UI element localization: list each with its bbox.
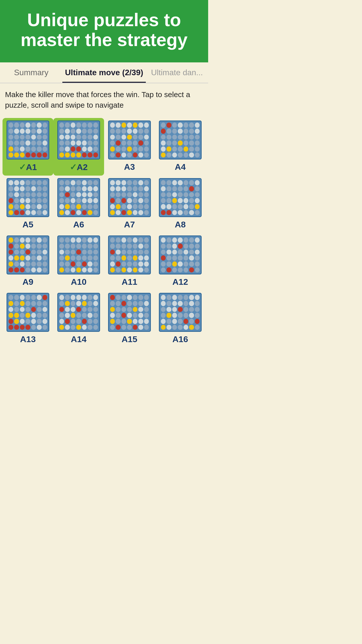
dot <box>82 250 87 255</box>
dot <box>144 261 149 267</box>
dot <box>110 135 115 140</box>
puzzle-cell-a8[interactable]: A8 <box>155 176 206 233</box>
puzzle-cell-a3[interactable]: A3 <box>104 118 155 176</box>
dot <box>31 307 36 312</box>
puzzle-cell-a5[interactable]: A5 <box>3 176 53 233</box>
dot <box>178 192 183 197</box>
puzzle-board-a9 <box>7 235 49 274</box>
dot <box>189 186 194 191</box>
dot <box>133 325 138 330</box>
puzzle-cell-a12[interactable]: A12 <box>155 233 206 290</box>
dot <box>195 325 200 330</box>
tab-summary[interactable]: Summary <box>0 62 62 83</box>
dot <box>144 244 149 249</box>
dot <box>87 301 92 306</box>
dot <box>166 140 171 146</box>
dot <box>37 198 41 203</box>
dot <box>9 186 13 191</box>
dot <box>71 267 75 273</box>
dot <box>138 204 143 209</box>
puzzle-cell-a7[interactable]: A7 <box>104 176 155 233</box>
dot <box>31 123 36 128</box>
dot <box>42 129 47 134</box>
dot <box>82 319 87 324</box>
puzzle-cell-a1[interactable]: ✓A1 <box>3 118 53 176</box>
dot <box>189 210 194 215</box>
dot <box>59 204 64 209</box>
dot <box>110 180 115 185</box>
puzzle-cell-a6[interactable]: A6 <box>53 176 104 233</box>
dot <box>127 123 132 128</box>
dot <box>42 135 47 140</box>
dot <box>133 301 138 306</box>
dot <box>138 261 143 267</box>
dot <box>59 307 64 312</box>
dot <box>161 255 166 261</box>
dot <box>172 180 177 185</box>
dot <box>87 140 92 146</box>
dot <box>42 186 47 191</box>
dot <box>31 319 36 324</box>
dot <box>42 198 47 203</box>
dot <box>184 313 188 318</box>
dot <box>127 135 132 140</box>
dot <box>121 255 126 261</box>
dot <box>71 255 75 261</box>
dot <box>37 255 41 261</box>
puzzle-cell-a2[interactable]: ✓A2 <box>53 118 104 176</box>
puzzle-board-a1 <box>7 120 49 159</box>
dot <box>127 192 132 197</box>
dot <box>65 244 70 249</box>
dot <box>20 180 25 185</box>
puzzle-cell-a16[interactable]: A16 <box>155 290 206 348</box>
dot <box>9 146 13 152</box>
dot <box>127 250 132 255</box>
dot <box>189 261 194 267</box>
dot <box>59 152 64 158</box>
dot <box>116 250 120 255</box>
dot <box>127 146 132 152</box>
dot <box>178 129 183 134</box>
dot <box>133 146 138 152</box>
dot <box>121 250 126 255</box>
dot <box>76 210 81 215</box>
dot <box>166 250 171 255</box>
dot <box>110 295 115 300</box>
tab-ultimate-danger[interactable]: Ultimate dan... <box>146 62 208 83</box>
dot <box>76 152 81 158</box>
puzzle-cell-a9[interactable]: A9 <box>3 233 53 290</box>
dot <box>138 255 143 261</box>
puzzle-board-a12 <box>159 235 202 274</box>
dot <box>184 146 188 152</box>
dot <box>144 186 149 191</box>
dot <box>144 313 149 318</box>
dot <box>116 135 120 140</box>
dot <box>87 204 92 209</box>
dot <box>138 135 143 140</box>
dot <box>133 204 138 209</box>
dot <box>31 237 36 243</box>
puzzle-cell-a11[interactable]: A11 <box>104 233 155 290</box>
dot <box>178 210 183 215</box>
dot <box>184 198 188 203</box>
dot <box>82 140 87 146</box>
dot <box>116 204 120 209</box>
dot <box>138 307 143 312</box>
puzzle-cell-a4[interactable]: A4 <box>155 118 206 176</box>
tab-ultimate-move[interactable]: Ultimate move (2/39) <box>62 62 146 83</box>
puzzle-cell-a10[interactable]: A10 <box>53 233 104 290</box>
puzzle-cell-a15[interactable]: A15 <box>104 290 155 348</box>
dot <box>87 313 92 318</box>
dot <box>65 295 70 300</box>
dot <box>9 250 13 255</box>
dot <box>59 135 64 140</box>
puzzle-cell-a13[interactable]: A13 <box>3 290 53 348</box>
dot <box>20 261 25 267</box>
dot <box>37 140 41 146</box>
dot <box>178 237 183 243</box>
puzzle-cell-a14[interactable]: A14 <box>53 290 104 348</box>
dot <box>9 295 13 300</box>
dot <box>138 295 143 300</box>
dot <box>127 198 132 203</box>
dot <box>59 250 64 255</box>
